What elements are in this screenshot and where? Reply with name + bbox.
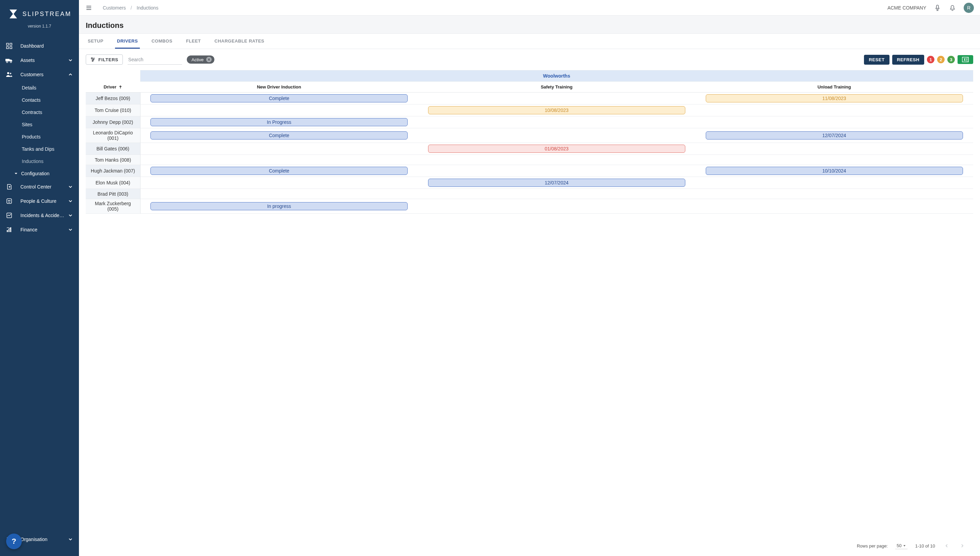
avatar[interactable]: R	[964, 3, 974, 13]
sidebar-sub-contracts[interactable]: Contracts	[0, 106, 79, 118]
table-row[interactable]: Tom Hanks (008)	[86, 155, 973, 165]
sidebar-item-assets[interactable]: Assets	[0, 53, 79, 67]
page-title: Inductions	[86, 21, 973, 30]
svg-rect-13	[7, 230, 8, 232]
table-row[interactable]: Johnny Depp (002)In Progress	[86, 116, 973, 128]
rows-per-page-select[interactable]: 50	[895, 542, 907, 549]
sidebar-item-configuration[interactable]: Configuration	[0, 167, 79, 179]
sidebar-item-incidents[interactable]: Incidents & Accide…	[0, 208, 79, 223]
company-label: ACME COMPANY	[888, 5, 926, 11]
status-pill[interactable]: 12/07/2024	[428, 179, 685, 187]
sidebar-sub-tanks[interactable]: Tanks and Dips	[0, 143, 79, 155]
driver-cell: Jeff Bezos (009)	[86, 92, 140, 105]
status-cell: Complete	[140, 92, 418, 105]
sidebar-sub-details[interactable]: Details	[0, 82, 79, 94]
sidebar-item-people-culture[interactable]: People & Culture	[0, 194, 79, 208]
driver-cell: Mark Zuckerberg (005)	[86, 199, 140, 214]
svg-rect-9	[7, 199, 11, 204]
chevron-down-icon	[67, 199, 74, 203]
table-row[interactable]: Bill Gates (006)01/08/2023	[86, 143, 973, 155]
table-row[interactable]: Brad Pitt (003)	[86, 189, 973, 199]
status-cell	[418, 116, 696, 128]
column-header-unload[interactable]: Unload Training	[696, 82, 973, 92]
close-icon[interactable]	[206, 57, 211, 62]
sidebar-nav: Dashboard Assets Customers Details Conta…	[0, 37, 79, 532]
svg-point-6	[10, 61, 11, 63]
main-content: Customers / Inductions ACME COMPANY R In…	[79, 0, 980, 556]
column-header-safety[interactable]: Safety Training	[418, 82, 696, 92]
sidebar-item-label: Control Center	[20, 184, 67, 189]
export-excel-button[interactable]	[957, 55, 973, 64]
svg-rect-2	[6, 47, 8, 48]
sidebar-sub-inductions[interactable]: Inductions	[0, 155, 79, 167]
refresh-button[interactable]: REFRESH	[892, 55, 924, 65]
svg-point-7	[7, 72, 9, 74]
mic-icon[interactable]	[934, 4, 941, 11]
sidebar-item-finance[interactable]: Finance	[0, 223, 79, 237]
tabs-row: SETUP DRIVERS COMBOS FLEET CHARGEABLE RA…	[79, 33, 980, 49]
tab-combos[interactable]: COMBOS	[149, 34, 174, 48]
status-pill[interactable]: 12/07/2024	[706, 131, 963, 139]
status-pill[interactable]: Complete	[150, 94, 408, 102]
svg-point-21	[92, 61, 93, 61]
status-cell	[140, 189, 418, 199]
breadcrumb-item[interactable]: Inductions	[137, 5, 158, 11]
chevron-down-icon	[67, 185, 74, 189]
status-cell: 12/07/2024	[418, 177, 696, 189]
status-pill[interactable]: In Progress	[150, 118, 408, 126]
table-row[interactable]: Mark Zuckerberg (005)In progress	[86, 199, 973, 214]
breadcrumb-item[interactable]: Customers	[103, 5, 126, 11]
status-pill[interactable]: Complete	[150, 167, 408, 175]
search-input[interactable]	[128, 55, 182, 65]
excel-icon	[962, 57, 969, 63]
table-row[interactable]: Jeff Bezos (009)Complete11/08/2023	[86, 92, 973, 105]
status-pill[interactable]: 11/08/2023	[706, 94, 963, 102]
driver-cell: Johnny Depp (002)	[86, 116, 140, 128]
help-button[interactable]: ?	[6, 533, 22, 549]
status-pill[interactable]: Complete	[150, 131, 408, 139]
sidebar-item-customers[interactable]: Customers	[0, 67, 79, 82]
menu-icon[interactable]	[85, 4, 92, 11]
legend-badge-1: 1	[927, 56, 935, 63]
reset-button[interactable]: RESET	[864, 55, 889, 65]
filters-button[interactable]: FILTERS	[86, 55, 123, 65]
column-header-new-driver[interactable]: New Driver Induction	[140, 82, 418, 92]
column-group-header: Woolworths	[140, 70, 973, 82]
tab-fleet[interactable]: FLEET	[184, 34, 203, 48]
brand-name: SLIPSTREAM	[23, 11, 71, 18]
table-row[interactable]: Elon Musk (004)12/07/2024	[86, 177, 973, 189]
chip-label: Active	[192, 57, 203, 62]
breadcrumb: Customers / Inductions	[103, 5, 158, 11]
sidebar-item-control-center[interactable]: Control Center	[0, 179, 79, 194]
status-pill[interactable]: In progress	[150, 202, 408, 210]
sidebar-sub-contacts[interactable]: Contacts	[0, 94, 79, 106]
sidebar-sub-products[interactable]: Products	[0, 131, 79, 143]
filter-chip-active[interactable]: Active	[187, 55, 215, 64]
svg-rect-4	[5, 59, 10, 61]
driver-cell: Leonardo DiCaprio (001)	[86, 128, 140, 143]
status-pill[interactable]: 10/08/2023	[428, 106, 685, 114]
inductions-table: Woolworths Driver New Driver Induction S…	[86, 70, 973, 214]
status-cell: 12/07/2024	[696, 128, 973, 143]
tab-rates[interactable]: CHARGEABLE RATES	[212, 34, 266, 48]
next-page-button[interactable]	[958, 542, 966, 550]
prev-page-button[interactable]	[943, 542, 951, 550]
triangle-down-icon	[14, 172, 18, 175]
sidebar-sub-sites[interactable]: Sites	[0, 118, 79, 131]
svg-rect-14	[8, 229, 10, 232]
status-cell	[418, 128, 696, 143]
tab-setup[interactable]: SETUP	[86, 34, 105, 48]
sidebar-item-dashboard[interactable]: Dashboard	[0, 39, 79, 53]
chevron-down-icon	[67, 228, 74, 232]
status-pill[interactable]: 10/10/2024	[706, 167, 963, 175]
status-cell: In Progress	[140, 116, 418, 128]
status-pill[interactable]: 01/08/2023	[428, 145, 685, 153]
table-row[interactable]: Hugh Jackman (007)Complete10/10/2024	[86, 165, 973, 177]
column-header-driver[interactable]: Driver	[86, 82, 140, 92]
table-row[interactable]: Leonardo DiCaprio (001)Complete12/07/202…	[86, 128, 973, 143]
bell-icon[interactable]	[949, 4, 956, 11]
table-row[interactable]: Tom Cruise (010)10/08/2023	[86, 105, 973, 116]
tab-drivers[interactable]: DRIVERS	[115, 34, 140, 48]
sidebar-item-label: Organisation	[20, 537, 67, 542]
status-cell	[418, 189, 696, 199]
